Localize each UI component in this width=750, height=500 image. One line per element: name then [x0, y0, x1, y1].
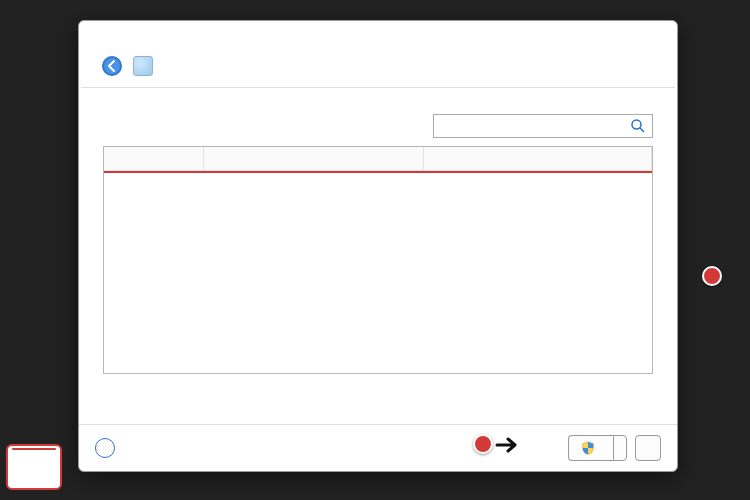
app-icon [133, 56, 153, 76]
close-button[interactable] [643, 24, 667, 48]
delete-extension-button[interactable] [568, 435, 613, 461]
svg-line-3 [640, 128, 644, 132]
footer-bar [79, 424, 677, 471]
list-header [104, 147, 652, 171]
annotation-badge-1 [702, 266, 722, 286]
delete-extension-dropdown[interactable] [613, 435, 627, 461]
back-button[interactable] [101, 55, 123, 77]
col-header-desc[interactable] [204, 147, 424, 170]
svg-point-1 [104, 58, 120, 74]
delete-extension-split [568, 435, 627, 461]
search-icon [630, 118, 646, 134]
svg-point-2 [632, 120, 641, 129]
search-row [103, 114, 653, 138]
titlebar [79, 21, 677, 51]
uac-shield-icon [581, 441, 595, 455]
back-arrow-icon [101, 55, 123, 77]
col-header-ext[interactable] [104, 147, 204, 170]
search-box[interactable] [433, 114, 653, 138]
annotation-arrow-icon [495, 436, 523, 454]
search-input[interactable] [440, 118, 630, 134]
extension-list [103, 146, 653, 374]
cancel-button[interactable] [635, 435, 661, 461]
col-header-type[interactable] [424, 147, 652, 170]
brand-watermark [6, 444, 68, 490]
annotation-highlight [104, 171, 652, 173]
content-area [79, 88, 677, 424]
dialog-window [78, 20, 678, 472]
annotation-badge-2 [473, 434, 493, 454]
brand-logo [6, 444, 62, 490]
header-bar [79, 51, 677, 87]
brand-tagline [12, 448, 56, 450]
help-button[interactable] [95, 438, 115, 458]
